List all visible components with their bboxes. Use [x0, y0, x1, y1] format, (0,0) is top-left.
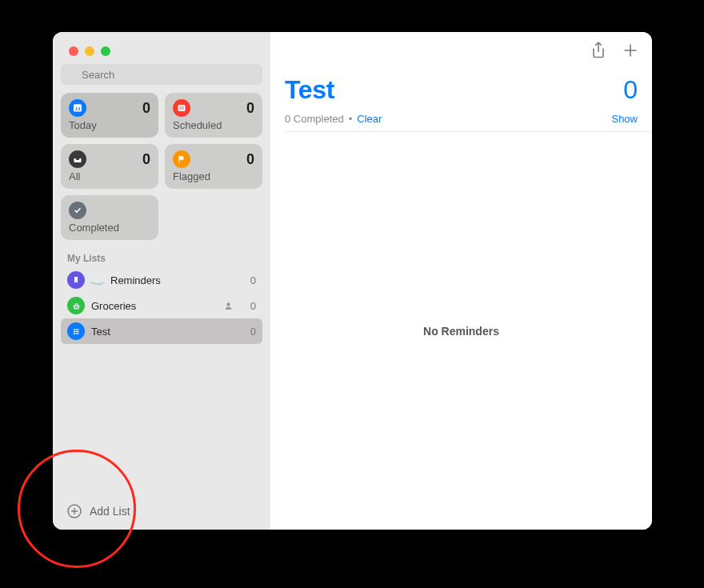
completed-count-text: 0 Completed — [285, 113, 344, 125]
basket-icon — [67, 297, 85, 314]
zoom-window-button[interactable] — [101, 46, 110, 56]
list-count: 0 — [245, 274, 256, 286]
list-item-reminders[interactable]: ☁️ Reminders 0 — [61, 267, 262, 293]
smart-count: 0 — [246, 100, 254, 117]
list-header: Test 0 — [270, 69, 652, 105]
show-completed-button[interactable]: Show — [611, 113, 638, 125]
completed-row: 0 Completed • Clear Show — [270, 105, 652, 131]
svg-point-9 — [74, 329, 75, 330]
list-total-count: 0 — [623, 75, 638, 105]
window-controls — [53, 32, 270, 64]
search-container — [53, 64, 270, 93]
flag-icon — [173, 150, 190, 168]
empty-state: No Reminders — [270, 132, 652, 530]
svg-rect-14 — [75, 333, 78, 334]
list-name: Groceries — [91, 300, 136, 312]
plus-circle-icon — [67, 504, 82, 518]
svg-rect-5 — [178, 105, 186, 111]
shared-icon — [222, 300, 234, 311]
cloud-icon: ☁️ — [91, 274, 104, 286]
list-item-groceries[interactable]: Groceries 0 — [61, 293, 262, 318]
smart-lists-grid: 14 0 Today 0 Scheduled — [53, 93, 270, 248]
smart-label: Completed — [69, 222, 150, 234]
smart-count: 0 — [246, 151, 254, 168]
smart-list-today[interactable]: 14 0 Today — [61, 93, 158, 138]
svg-point-8 — [226, 302, 230, 306]
checkmark-circle-icon — [69, 202, 86, 219]
list-item-test[interactable]: Test 0 — [61, 318, 262, 344]
list-name: Reminders — [110, 274, 161, 286]
separator-dot: • — [349, 113, 353, 125]
empty-state-text: No Reminders — [423, 325, 499, 338]
sidebar: 14 0 Today 0 Scheduled — [53, 32, 270, 530]
smart-count: 0 — [142, 100, 150, 117]
bookmark-icon — [67, 271, 85, 289]
smart-list-scheduled[interactable]: 0 Scheduled — [165, 93, 262, 138]
svg-point-11 — [74, 330, 75, 332]
svg-rect-12 — [75, 330, 78, 331]
calendar-today-icon: 14 — [69, 99, 86, 117]
add-list-label: Add List — [90, 505, 130, 518]
new-reminder-button[interactable] — [622, 42, 639, 59]
smart-list-completed[interactable]: Completed — [61, 195, 158, 240]
list-count: 0 — [245, 326, 256, 338]
add-list-button[interactable]: Add List — [53, 494, 270, 530]
smart-label: All — [69, 170, 150, 182]
search-input[interactable] — [61, 64, 262, 85]
close-window-button[interactable] — [69, 46, 78, 56]
tray-icon — [69, 150, 86, 168]
my-lists-header: My Lists — [53, 248, 270, 267]
main-panel: Test 0 0 Completed • Clear Show No Remin… — [270, 32, 652, 530]
list-name: Test — [91, 326, 110, 338]
list-bullet-icon — [67, 322, 85, 340]
my-lists: ☁️ Reminders 0 Groceries 0 — [53, 267, 270, 344]
smart-label: Today — [69, 119, 150, 131]
smart-list-flagged[interactable]: 0 Flagged — [165, 144, 262, 189]
reminders-window: 14 0 Today 0 Scheduled — [53, 32, 652, 530]
smart-label: Scheduled — [173, 119, 254, 131]
toolbar — [270, 32, 652, 69]
smart-count: 0 — [142, 151, 150, 168]
svg-point-13 — [74, 333, 75, 334]
calendar-icon — [173, 99, 190, 117]
list-title: Test — [285, 75, 334, 105]
svg-text:14: 14 — [75, 106, 81, 111]
smart-label: Flagged — [173, 170, 254, 182]
share-button[interactable] — [590, 42, 607, 59]
clear-completed-button[interactable]: Clear — [357, 113, 382, 125]
minimize-window-button[interactable] — [85, 46, 94, 56]
list-count: 0 — [245, 300, 256, 312]
svg-rect-10 — [75, 329, 78, 330]
smart-list-all[interactable]: 0 All — [61, 144, 158, 189]
